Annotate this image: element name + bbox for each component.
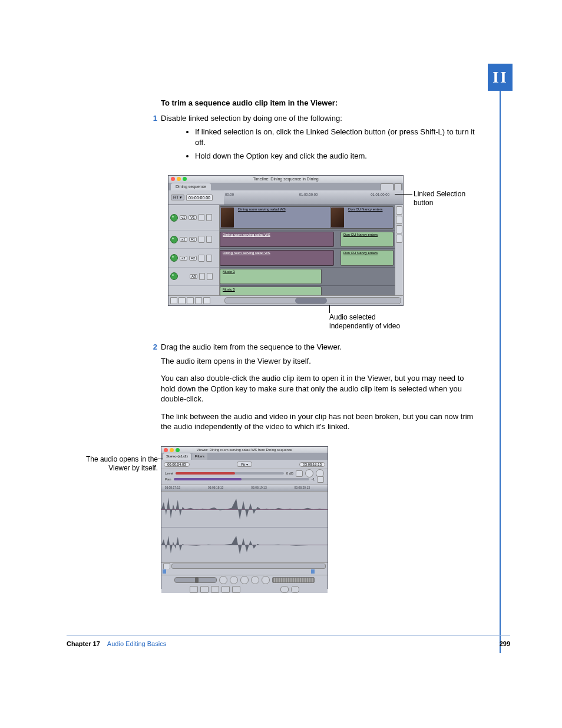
- mark-button[interactable]: [222, 586, 230, 593]
- sequence-tab[interactable]: Dining sequence: [171, 183, 211, 190]
- toggle-button[interactable]: [203, 297, 210, 304]
- viewer-scrollbar[interactable]: [161, 562, 328, 569]
- audio-clip[interactable]: Don CU Nancy enters: [340, 232, 394, 247]
- tab-stereo[interactable]: Stereo (a1a2): [163, 453, 191, 460]
- dest-label[interactable]: A3: [190, 274, 197, 279]
- play-button[interactable]: [240, 576, 249, 584]
- timecode-field[interactable]: 01:00:00.00: [186, 195, 213, 201]
- minimize-icon[interactable]: [170, 448, 174, 452]
- traffic-lights[interactable]: [171, 177, 187, 181]
- timeline-tabs: Dining sequence: [168, 183, 403, 190]
- lock-icon[interactable]: [199, 236, 204, 243]
- scrollbar-thumb[interactable]: [295, 298, 327, 304]
- out-point-marker[interactable]: [311, 569, 315, 574]
- toggle-button[interactable]: [170, 297, 177, 304]
- audio-track[interactable]: Dining room serving salad WS Don CU Nanc…: [220, 249, 395, 267]
- toggle-button[interactable]: [195, 297, 202, 304]
- toggle-button[interactable]: [178, 297, 186, 304]
- track-height-button[interactable]: [396, 216, 402, 224]
- audio-clip[interactable]: Don CU Nancy enters: [340, 250, 394, 265]
- track-height-button[interactable]: [396, 225, 402, 233]
- track-visibility-button[interactable]: [170, 214, 178, 222]
- video-clip[interactable]: Don CU Nancy enters: [330, 206, 394, 229]
- clip-label: Don CU Nancy enters: [343, 233, 378, 236]
- auto-select-icon[interactable]: [207, 273, 213, 280]
- viewer-scrubber[interactable]: [161, 569, 328, 575]
- track-height-button[interactable]: [396, 235, 402, 243]
- viewer-window: Viewer: Dining room serving salad WS fro…: [161, 446, 328, 589]
- tab-filters[interactable]: Filters: [192, 453, 207, 460]
- shuttle-control[interactable]: [174, 577, 217, 583]
- clip-label: Don CU Nancy enters: [348, 207, 382, 211]
- close-icon[interactable]: [164, 448, 168, 452]
- body-text: You can also double-click the audio clip…: [161, 373, 479, 404]
- bullet-item: Hold down the Option key and click the a…: [195, 151, 479, 162]
- zoom-icon[interactable]: [176, 448, 180, 452]
- timeline-side-controls: [395, 205, 403, 297]
- level-slider[interactable]: [176, 472, 283, 475]
- auto-select-icon[interactable]: [206, 236, 212, 243]
- dest-label[interactable]: V1: [189, 215, 196, 220]
- lock-icon[interactable]: [199, 273, 205, 280]
- zoom-slider-handle[interactable]: [163, 563, 170, 569]
- auto-select-icon[interactable]: [206, 255, 212, 262]
- source-label[interactable]: a1: [180, 237, 187, 242]
- audio-track[interactable]: Dining room serving salad WS Don CU Nanc…: [220, 230, 395, 249]
- music-clip[interactable]: Music 3: [220, 286, 322, 296]
- timeline-tracks[interactable]: Dining room serving salad WS Don CU Nanc…: [220, 205, 395, 297]
- waveform-channel[interactable]: [161, 528, 328, 563]
- toggle-button[interactable]: [187, 297, 194, 304]
- close-icon[interactable]: [171, 177, 175, 181]
- current-timecode-field[interactable]: 03:08:16:13: [299, 462, 325, 467]
- lock-icon[interactable]: [199, 255, 204, 262]
- scrollbar-track[interactable]: [171, 564, 326, 569]
- audio-clip-selected[interactable]: Dining room serving salad WS: [220, 232, 334, 247]
- transport-controls: [161, 575, 328, 593]
- viewer-ruler[interactable]: 03:08:17:13 03:08:18:13 03:08:19:13 03:0…: [161, 485, 328, 492]
- play-around-button[interactable]: [251, 576, 259, 584]
- audio-clip-selected[interactable]: Dining room serving salad WS: [220, 250, 334, 265]
- auto-select-icon[interactable]: [206, 214, 212, 221]
- mark-button[interactable]: [190, 586, 198, 593]
- waveform-channel[interactable]: [161, 492, 328, 528]
- prev-edit-button[interactable]: [219, 576, 227, 584]
- timeline-window: Timeline: Dining sequence in Dining Dini…: [168, 175, 404, 306]
- fit-menu-button[interactable]: Fit ▾: [237, 462, 252, 467]
- timeline-ruler[interactable]: 00:00 01:00:30:00 01:01:00:00: [224, 190, 403, 205]
- rt-menu-button[interactable]: RT ▾: [171, 195, 184, 200]
- source-label[interactable]: a2: [180, 256, 187, 261]
- video-track[interactable]: Dining room serving salad WS Don CU Nanc…: [220, 205, 395, 230]
- stepper-button[interactable]: [296, 470, 303, 477]
- reset-button[interactable]: [305, 469, 313, 477]
- jog-control[interactable]: [272, 577, 315, 583]
- dest-label[interactable]: A1: [189, 237, 197, 242]
- timeline-scrollbar[interactable]: [224, 297, 401, 304]
- callout-leader: [395, 194, 412, 195]
- play-in-to-out-button[interactable]: [230, 576, 238, 584]
- track-visibility-button[interactable]: [170, 254, 178, 262]
- stepper-button[interactable]: [317, 476, 324, 483]
- overwrite-button[interactable]: [291, 586, 299, 593]
- clip-label: Music 3: [223, 270, 235, 274]
- mark-button[interactable]: [211, 586, 219, 593]
- music-clip[interactable]: Music 3: [220, 269, 322, 284]
- content-block-2: 2 Drag the audio item from the sequence …: [161, 342, 479, 439]
- dest-label[interactable]: A2: [189, 256, 197, 261]
- duration-field[interactable]: 00:00:54:03: [164, 462, 190, 467]
- source-label[interactable]: v1: [180, 215, 187, 220]
- mark-button[interactable]: [200, 586, 209, 593]
- video-clip[interactable]: Dining room serving salad WS: [220, 206, 334, 229]
- next-edit-button[interactable]: [262, 576, 270, 584]
- mark-button[interactable]: [232, 586, 240, 593]
- minimize-icon[interactable]: [177, 177, 181, 181]
- pan-slider[interactable]: [174, 478, 309, 480]
- zoom-icon[interactable]: [183, 177, 187, 181]
- in-point-marker[interactable]: [163, 569, 166, 574]
- insert-button[interactable]: [280, 586, 289, 593]
- track-visibility-button[interactable]: [170, 236, 178, 243]
- traffic-lights[interactable]: [164, 448, 180, 452]
- track-visibility-button[interactable]: [170, 272, 178, 280]
- lock-icon[interactable]: [199, 214, 204, 221]
- audio-track[interactable]: Music 3: [220, 268, 395, 286]
- track-height-button[interactable]: [396, 206, 402, 215]
